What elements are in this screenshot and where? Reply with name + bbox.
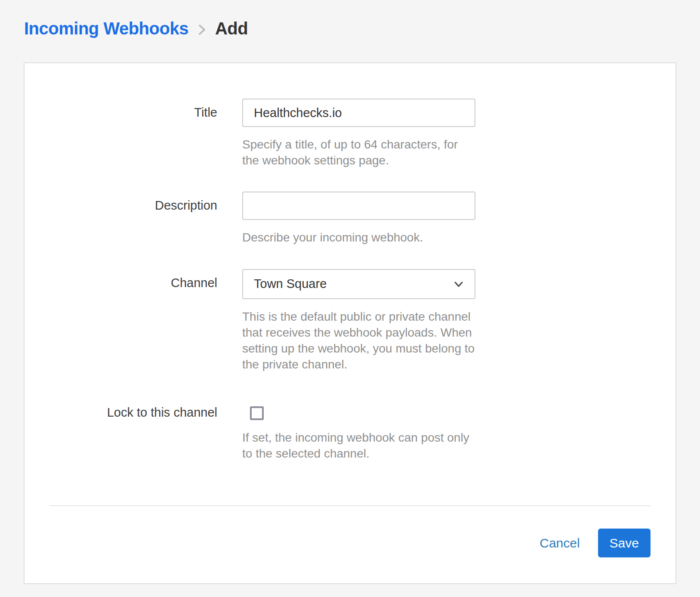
title-input[interactable] bbox=[242, 99, 475, 127]
form-row-title: Title Specify a title, of up to 64 chara… bbox=[49, 99, 651, 168]
page: Incoming Webhooks Add Title Specify a ti… bbox=[0, 0, 700, 597]
channel-select[interactable]: Town Square bbox=[242, 269, 475, 299]
channel-help-text: This is the default public or private ch… bbox=[242, 309, 475, 373]
chevron-down-icon bbox=[452, 278, 465, 291]
footer-actions: Cancel Save bbox=[49, 529, 651, 557]
lock-channel-control: If set, the incoming webhook can post on… bbox=[242, 396, 475, 461]
description-control: Describe your incoming webhook. bbox=[242, 192, 475, 245]
lock-channel-label: Lock to this channel bbox=[49, 396, 242, 461]
lock-channel-help-text: If set, the incoming webhook can post on… bbox=[242, 430, 475, 461]
form-row-channel: Channel Town Square This is the default … bbox=[49, 269, 651, 373]
lock-channel-checkbox[interactable] bbox=[250, 406, 264, 420]
save-button[interactable]: Save bbox=[598, 529, 651, 557]
description-input[interactable] bbox=[242, 192, 475, 220]
form-row-description: Description Describe your incoming webho… bbox=[49, 192, 651, 245]
breadcrumb: Incoming Webhooks Add bbox=[0, 0, 700, 38]
channel-control: Town Square This is the default public o… bbox=[242, 269, 475, 373]
channel-select-value: Town Square bbox=[254, 277, 327, 291]
breadcrumb-link-incoming-webhooks[interactable]: Incoming Webhooks bbox=[24, 19, 188, 38]
channel-label: Channel bbox=[49, 269, 242, 373]
form-row-lock-channel: Lock to this channel If set, the incomin… bbox=[49, 396, 651, 461]
title-help-text: Specify a title, of up to 64 characters,… bbox=[242, 136, 475, 168]
description-label: Description bbox=[49, 192, 242, 245]
title-label: Title bbox=[49, 99, 242, 168]
footer-divider bbox=[49, 505, 651, 506]
breadcrumb-current-page: Add bbox=[215, 19, 248, 38]
chevron-right-icon bbox=[196, 22, 207, 37]
add-incoming-webhook-card: Title Specify a title, of up to 64 chara… bbox=[24, 62, 676, 584]
title-control: Specify a title, of up to 64 characters,… bbox=[242, 99, 475, 168]
cancel-button[interactable]: Cancel bbox=[540, 536, 580, 551]
description-help-text: Describe your incoming webhook. bbox=[242, 229, 475, 245]
